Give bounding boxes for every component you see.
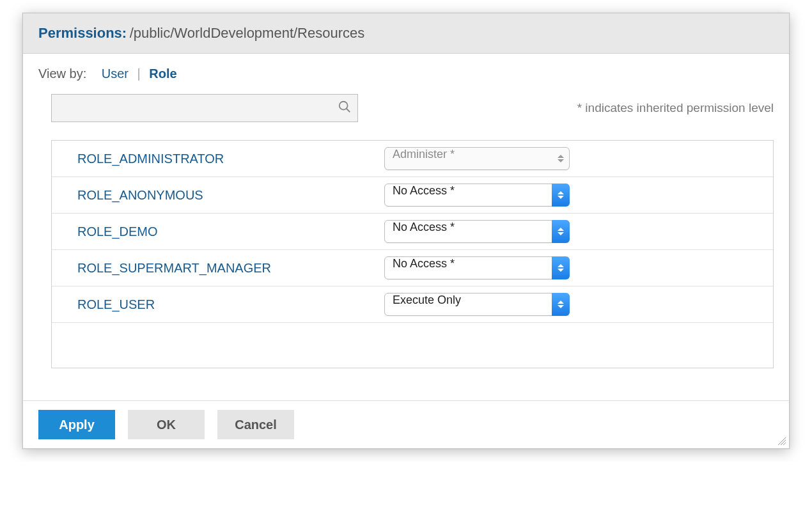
apply-button[interactable]: Apply	[38, 410, 115, 439]
ok-button[interactable]: OK	[128, 410, 205, 439]
permission-select[interactable]: Execute Only	[384, 293, 570, 316]
permission-select-wrap: No Access *	[384, 256, 570, 279]
tab-role[interactable]: Role	[145, 67, 180, 81]
tab-user[interactable]: User	[98, 67, 132, 81]
table-row: ROLE_ANONYMOUS No Access *	[52, 177, 773, 214]
viewby-label: View by:	[38, 67, 86, 81]
svg-line-3	[781, 440, 786, 445]
permissions-dialog: Permissions: /public/WorldDevelopment/Re…	[22, 13, 790, 449]
resize-handle-icon[interactable]	[776, 435, 786, 446]
permission-select-wrap: No Access *	[384, 184, 570, 207]
roles-table: ROLE_ADMINISTRATOR Administer * ROLE_ANO…	[51, 140, 774, 368]
tab-separator: |	[137, 67, 141, 81]
table-row: ROLE_SUPERMART_MANAGER No Access *	[52, 250, 773, 286]
table-row: ROLE_ADMINISTRATOR Administer *	[52, 141, 773, 177]
permission-select[interactable]: No Access *	[384, 256, 570, 279]
svg-line-4	[783, 442, 786, 445]
dialog-header: Permissions: /public/WorldDevelopment/Re…	[23, 13, 789, 54]
table-row: ROLE_DEMO No Access *	[52, 214, 773, 250]
inherited-legend: * indicates inherited permission level	[577, 101, 774, 115]
cancel-button[interactable]: Cancel	[217, 410, 294, 439]
permission-select-wrap: Administer *	[384, 147, 570, 170]
dialog-body: View by: User | Role * indicates inherit…	[23, 54, 789, 400]
dialog-title-label: Permissions:	[38, 25, 127, 41]
search-input[interactable]	[51, 94, 358, 122]
dialog-title-path: /public/WorldDevelopment/Resources	[130, 25, 365, 41]
role-name: ROLE_ANONYMOUS	[77, 188, 384, 203]
table-filler	[52, 323, 773, 368]
permission-select: Administer *	[384, 147, 570, 170]
permission-select-wrap: Execute Only	[384, 293, 570, 316]
role-name: ROLE_USER	[77, 297, 384, 312]
permission-select[interactable]: No Access *	[384, 184, 570, 207]
search-wrap	[51, 94, 358, 122]
permission-select-wrap: No Access *	[384, 220, 570, 243]
role-name: ROLE_ADMINISTRATOR	[77, 152, 384, 166]
permission-select[interactable]: No Access *	[384, 220, 570, 243]
role-name: ROLE_SUPERMART_MANAGER	[77, 261, 384, 276]
role-name: ROLE_DEMO	[77, 224, 384, 239]
search-legend-row: * indicates inherited permission level	[38, 94, 774, 122]
table-row: ROLE_USER Execute Only	[52, 286, 773, 323]
dialog-footer: Apply OK Cancel	[23, 400, 789, 448]
viewby-row: View by: User | Role	[38, 67, 774, 81]
